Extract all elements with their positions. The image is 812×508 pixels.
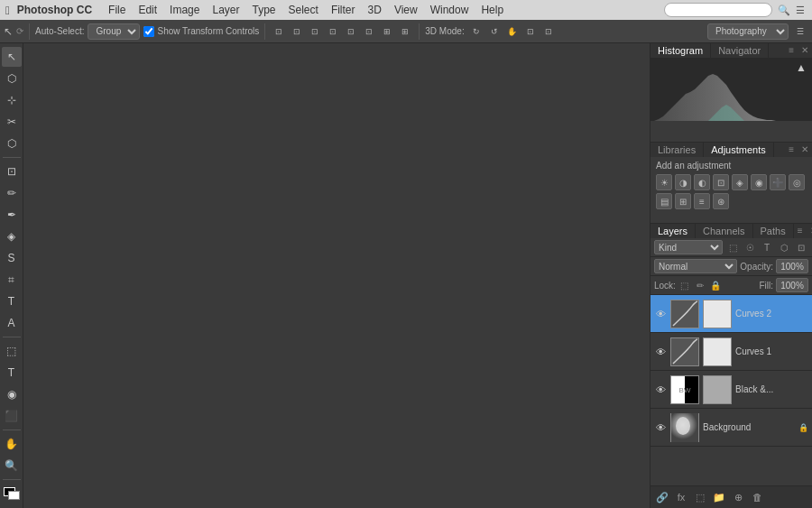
background-color[interactable] — [8, 491, 20, 500]
layer-filter-toggle-icon[interactable]: ⊡ — [794, 240, 808, 254]
menu-item-file[interactable]: File — [103, 3, 131, 17]
crop-tool[interactable]: ⬡ — [2, 134, 22, 153]
move-tool[interactable]: ↖ — [2, 47, 22, 67]
menu-item-window[interactable]: Window — [425, 3, 475, 17]
histogram-tab[interactable]: Histogram — [651, 43, 711, 58]
lock-position-icon[interactable]: ✏ — [694, 279, 706, 291]
menu-item-select[interactable]: Select — [283, 3, 324, 17]
dodge-tool[interactable]: A — [2, 313, 22, 333]
photo-filter-adj-icon[interactable]: ▤ — [656, 193, 672, 209]
path-select-tool[interactable]: ◉ — [2, 384, 22, 404]
3d-slide-icon[interactable]: ⊡ — [522, 23, 539, 40]
3d-roll-icon[interactable]: ↺ — [486, 23, 503, 40]
layer-filter-shape-icon[interactable]: ⬡ — [777, 240, 791, 254]
hand-tool[interactable]: ✋ — [2, 434, 22, 454]
shape-tool[interactable]: ⬛ — [2, 406, 22, 426]
levels-adj-icon[interactable]: ◑ — [675, 174, 691, 190]
layers-menu-icon[interactable]: ≡ — [794, 224, 807, 238]
layer-eye-bw[interactable]: 👁 — [654, 383, 667, 396]
layers-close-icon[interactable]: ✕ — [807, 224, 813, 238]
layer-style-icon[interactable]: fx — [673, 489, 689, 505]
hsl-adj-icon[interactable]: ◉ — [751, 174, 767, 190]
layer-eye-curves1[interactable]: 👁 — [654, 346, 667, 358]
layer-group-icon[interactable]: 📁 — [711, 489, 727, 505]
layer-link-icon[interactable]: 🔗 — [654, 489, 670, 505]
search-input[interactable] — [664, 3, 772, 17]
marquee-tool[interactable]: ⬡ — [2, 69, 22, 88]
layer-delete-icon[interactable]: 🗑 — [749, 489, 765, 505]
menu-item-image[interactable]: Image — [164, 3, 205, 17]
3d-rotate-icon[interactable]: ↻ — [468, 23, 484, 40]
color-balance-adj-icon[interactable]: ➕ — [770, 174, 786, 190]
align-top-icon[interactable]: ⊡ — [325, 23, 341, 40]
pen-tool[interactable]: ⬚ — [2, 341, 22, 361]
gradient-map-adj-icon[interactable]: ≡ — [694, 193, 710, 209]
show-transform-checkbox[interactable] — [143, 26, 154, 37]
workspace-dropdown[interactable]: Photography — [707, 23, 789, 40]
layer-eye-background[interactable]: 👁 — [654, 421, 667, 434]
distribute-h-icon[interactable]: ⊞ — [379, 23, 395, 40]
layer-item-bw[interactable]: 👁 BW Black &... — [651, 371, 812, 409]
menu-item-edit[interactable]: Edit — [133, 3, 162, 17]
color-swatch[interactable] — [4, 487, 20, 500]
eraser-tool[interactable]: ⌗ — [2, 270, 22, 290]
workspace-menu-icon[interactable]: ☰ — [792, 23, 808, 40]
layer-add-icon[interactable]: ⊕ — [730, 489, 746, 505]
adjustments-tab[interactable]: Adjustments — [704, 143, 774, 157]
lock-pixels-icon[interactable]: ⬚ — [678, 279, 691, 291]
fill-input[interactable] — [776, 278, 808, 292]
channel-mixer-adj-icon[interactable]: ⊞ — [675, 193, 691, 209]
menu-item-help[interactable]: Help — [475, 3, 509, 17]
layer-filter-type-icon[interactable]: T — [760, 240, 774, 254]
blend-mode-dropdown[interactable]: Normal — [654, 259, 737, 273]
libraries-close-icon[interactable]: ✕ — [798, 143, 812, 157]
layer-filter-pixel-icon[interactable]: ⬚ — [725, 240, 740, 254]
paths-tab[interactable]: Paths — [753, 224, 794, 238]
layer-item-background[interactable]: 👁 — [651, 409, 812, 447]
layer-item-curves1[interactable]: 👁 Curves 1 — [651, 333, 812, 371]
layer-eye-curves2[interactable]: 👁 — [654, 308, 667, 320]
navigator-tab[interactable]: Navigator — [711, 43, 769, 58]
zoom-tool[interactable]: 🔍 — [2, 456, 22, 476]
align-center-icon[interactable]: ⊡ — [289, 23, 305, 40]
vibrance-adj-icon[interactable]: ◈ — [732, 174, 748, 190]
type-tool[interactable]: T — [2, 363, 22, 383]
layer-item-curves2[interactable]: 👁 Curves 2 — [651, 295, 812, 333]
history-brush[interactable]: S — [2, 248, 22, 268]
lock-all-icon[interactable]: 🔒 — [709, 279, 722, 291]
3d-pan-icon[interactable]: ✋ — [504, 23, 521, 40]
menu-item-3d[interactable]: 3D — [363, 3, 387, 17]
clone-tool[interactable]: ◈ — [2, 226, 22, 246]
align-left-icon[interactable]: ⊡ — [271, 23, 287, 40]
lasso-tool[interactable]: ⊹ — [2, 90, 22, 110]
layer-filter-adj-icon[interactable]: ☉ — [743, 240, 757, 254]
layer-mask-icon[interactable]: ⬚ — [692, 489, 708, 505]
quick-select-tool[interactable]: ✂ — [2, 112, 22, 132]
histogram-menu-icon[interactable]: ≡ — [785, 43, 798, 58]
libraries-tab[interactable]: Libraries — [651, 143, 704, 157]
bw-adj-icon[interactable]: ◎ — [789, 174, 805, 190]
group-dropdown[interactable]: Group — [88, 23, 140, 40]
brush-tool[interactable]: ✒ — [2, 205, 22, 225]
align-right-icon[interactable]: ⊡ — [307, 23, 323, 40]
menu-item-type[interactable]: Type — [247, 3, 281, 17]
selective-color-adj-icon[interactable]: ⊛ — [713, 193, 729, 209]
curves-adj-icon[interactable]: ◐ — [694, 174, 710, 190]
libraries-menu-icon[interactable]: ≡ — [785, 143, 798, 157]
align-bottom-icon[interactable]: ⊡ — [361, 23, 377, 40]
align-middle-icon[interactable]: ⊡ — [343, 23, 359, 40]
gradient-tool[interactable]: T — [2, 291, 22, 311]
layers-tab[interactable]: Layers — [651, 224, 696, 238]
channels-tab[interactable]: Channels — [696, 224, 752, 238]
menu-item-view[interactable]: View — [389, 3, 423, 17]
distribute-v-icon[interactable]: ⊞ — [397, 23, 413, 40]
3d-scale-icon[interactable]: ⊡ — [540, 23, 557, 40]
eyedropper-tool[interactable]: ⊡ — [2, 162, 22, 181]
healing-tool[interactable]: ✏ — [2, 183, 22, 203]
menu-item-filter[interactable]: Filter — [326, 3, 361, 17]
histogram-close-icon[interactable]: ✕ — [798, 43, 812, 58]
layers-kind-dropdown[interactable]: Kind — [654, 240, 723, 254]
opacity-input[interactable] — [776, 259, 808, 273]
brightness-adj-icon[interactable]: ☀ — [656, 174, 672, 190]
menu-item-layer[interactable]: Layer — [207, 3, 245, 17]
